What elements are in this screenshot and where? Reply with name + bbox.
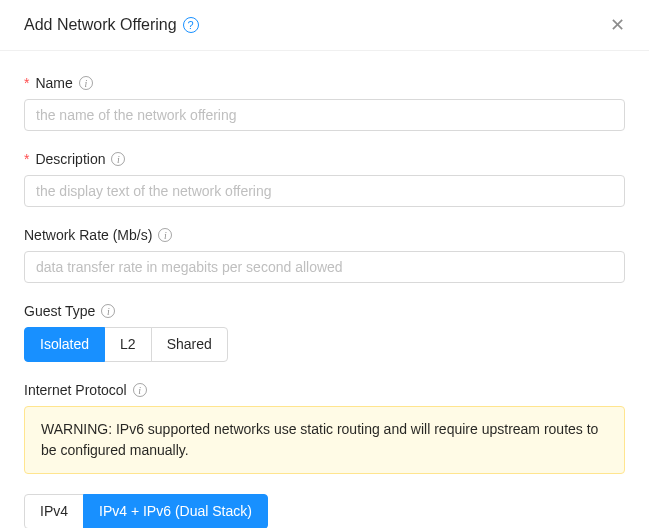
internet-protocol-label: Internet Protocol (24, 382, 127, 398)
name-label-row: * Name i (24, 75, 625, 91)
name-label: Name (35, 75, 72, 91)
name-field: * Name i (24, 75, 625, 131)
modal-title: Add Network Offering (24, 16, 177, 34)
internet-protocol-radio-group: IPv4 IPv4 + IPv6 (Dual Stack) (24, 494, 268, 528)
required-mark: * (24, 151, 29, 167)
close-button[interactable]: ✕ (610, 16, 625, 34)
modal-header: Add Network Offering ? ✕ (0, 0, 649, 51)
protocol-ipv4[interactable]: IPv4 (24, 494, 84, 528)
description-field: * Description i (24, 151, 625, 207)
guest-type-radio-group: Isolated L2 Shared (24, 327, 228, 362)
description-label: Description (35, 151, 105, 167)
guest-type-label: Guest Type (24, 303, 95, 319)
network-rate-label: Network Rate (Mb/s) (24, 227, 152, 243)
add-network-offering-modal: Add Network Offering ? ✕ * Name i * Desc… (0, 0, 649, 528)
guest-type-shared[interactable]: Shared (151, 327, 228, 362)
network-rate-field: Network Rate (Mb/s) i (24, 227, 625, 283)
internet-protocol-field: Internet Protocol i WARNING: IPv6 suppor… (24, 382, 625, 528)
guest-type-l2[interactable]: L2 (104, 327, 152, 362)
name-input[interactable] (24, 99, 625, 131)
close-icon: ✕ (610, 15, 625, 35)
modal-body: * Name i * Description i Network Rate (M… (0, 51, 649, 528)
guest-type-isolated[interactable]: Isolated (24, 327, 105, 362)
network-rate-label-row: Network Rate (Mb/s) i (24, 227, 625, 243)
info-icon[interactable]: i (101, 304, 115, 318)
ipv6-warning: WARNING: IPv6 supported networks use sta… (24, 406, 625, 474)
modal-title-wrap: Add Network Offering ? (24, 16, 199, 34)
internet-protocol-label-row: Internet Protocol i (24, 382, 625, 398)
network-rate-input[interactable] (24, 251, 625, 283)
guest-type-field: Guest Type i Isolated L2 Shared (24, 303, 625, 362)
description-label-row: * Description i (24, 151, 625, 167)
description-input[interactable] (24, 175, 625, 207)
protocol-dualstack[interactable]: IPv4 + IPv6 (Dual Stack) (83, 494, 268, 528)
info-icon[interactable]: i (79, 76, 93, 90)
help-icon[interactable]: ? (183, 17, 199, 33)
info-icon[interactable]: i (158, 228, 172, 242)
guest-type-label-row: Guest Type i (24, 303, 625, 319)
info-icon[interactable]: i (111, 152, 125, 166)
info-icon[interactable]: i (133, 383, 147, 397)
required-mark: * (24, 75, 29, 91)
